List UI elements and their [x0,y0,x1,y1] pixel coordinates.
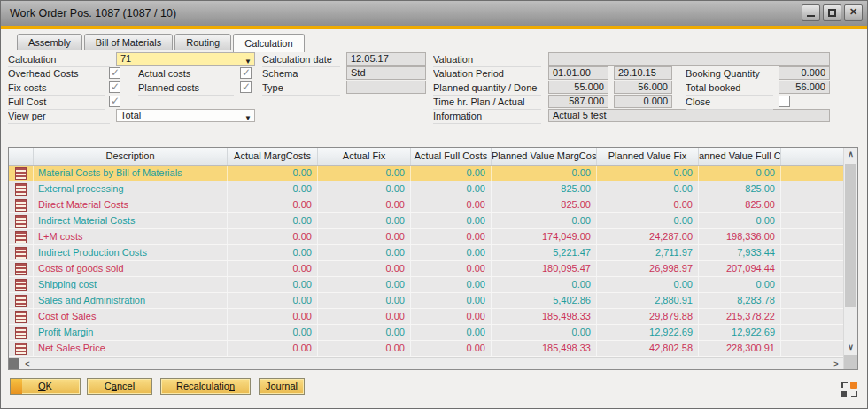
type-field[interactable] [346,81,426,94]
value-cell[interactable]: 0.00 [228,181,318,197]
tab-assembly[interactable]: Assembly [17,34,82,50]
value-cell[interactable]: 5,221.47 [492,245,597,260]
table-row[interactable]: Indirect Material Costs0.000.000.000.000… [9,213,843,229]
row-details-icon[interactable] [15,231,27,243]
planned-costs-checkbox[interactable] [240,81,252,93]
vertical-scrollbar[interactable] [843,148,857,369]
description-cell[interactable]: External processing [34,181,228,197]
value-cell[interactable]: 2,711.97 [597,245,699,260]
value-cell[interactable]: 174,049.00 [492,229,597,244]
scroll-up-icon[interactable] [844,148,857,162]
value-cell[interactable]: 42,802.58 [597,341,699,356]
value-cell[interactable]: 0.00 [318,277,411,292]
value-cell[interactable]: 0.00 [228,213,318,228]
value-cell[interactable]: 12,922.69 [597,325,699,340]
value-cell[interactable]: 825.00 [492,181,597,197]
column-header[interactable]: Description [34,148,228,165]
value-cell[interactable]: 24,287.00 [597,229,699,244]
row-details-icon[interactable] [15,295,27,307]
value-cell[interactable]: 0.00 [411,213,492,228]
value-cell[interactable]: 0.00 [318,181,411,197]
time-hr-plan-field[interactable]: 587.000 [548,95,608,108]
table-row[interactable]: Shipping cost0.000.000.000.000.000.00 [9,277,843,293]
description-cell[interactable]: Costs of goods sold [34,261,228,276]
table-row[interactable]: Indirect Production Costs0.000.000.005,2… [9,245,843,261]
value-cell[interactable]: 0.00 [492,325,597,340]
value-cell[interactable]: 198,336.00 [699,229,781,244]
value-cell[interactable]: 0.00 [699,213,781,228]
value-cell[interactable]: 5,402.86 [492,293,597,308]
table-row[interactable]: Sales and Administration0.000.000.005,40… [9,293,843,309]
booking-quantity-field[interactable]: 0.000 [779,66,830,80]
tab-calculation[interactable]: Calculation [233,34,304,52]
tab-bill-of-materials[interactable]: Bill of Materials [84,34,174,50]
table-row[interactable]: Costs of goods sold0.000.000.00180,095.4… [9,261,843,277]
tab-routing[interactable]: Routing [174,34,231,50]
value-cell[interactable]: 0.00 [318,309,411,324]
value-cell[interactable]: 0.00 [318,293,411,308]
horizontal-scroll-track[interactable] [35,358,829,369]
value-cell[interactable]: 207,094.44 [699,261,781,276]
information-field[interactable]: Actual 5 test [548,109,830,122]
title-bar[interactable]: Work Order Pos. 1087 (1087 / 10) [1,1,867,26]
row-details-icon[interactable] [15,311,27,323]
value-cell[interactable]: 0.00 [318,245,411,260]
done-quantity-field[interactable]: 56.000 [614,81,672,94]
row-details-icon[interactable] [15,215,27,228]
table-row[interactable]: Cost of Sales0.000.000.00185,498.3329,87… [9,309,843,325]
vertical-scroll-thumb[interactable] [845,164,856,307]
table-row[interactable]: Net Sales Price0.000.000.00185,498.3342,… [9,341,843,357]
value-cell[interactable]: 0.00 [318,213,411,228]
value-cell[interactable]: 0.00 [228,229,318,244]
value-cell[interactable]: 0.00 [318,341,411,356]
value-cell[interactable]: 0.00 [597,166,699,181]
value-cell[interactable]: 0.00 [228,277,318,292]
view-per-combo[interactable]: Total [116,109,255,122]
value-cell[interactable]: 0.00 [228,245,318,260]
time-hr-actual-field[interactable]: 0.000 [614,95,672,108]
value-cell[interactable]: 0.00 [318,261,411,276]
value-cell[interactable]: 0.00 [411,197,492,212]
value-cell[interactable]: 0.00 [699,277,781,292]
value-cell[interactable]: 215,378.22 [699,309,781,324]
value-cell[interactable]: 0.00 [411,229,492,244]
row-details-icon[interactable] [15,199,27,212]
value-cell[interactable]: 0.00 [318,229,411,244]
description-cell[interactable]: Shipping cost [34,277,228,292]
planned-quantity-field[interactable]: 55.000 [548,81,608,94]
value-cell[interactable]: 0.00 [411,309,492,324]
value-cell[interactable]: 228,300.91 [699,341,781,356]
value-cell[interactable]: 0.00 [411,325,492,340]
value-cell[interactable]: 0.00 [411,293,492,308]
value-cell[interactable]: 0.00 [597,213,699,228]
row-details-icon[interactable] [15,263,27,275]
value-cell[interactable]: 0.00 [318,166,411,181]
maximize-button[interactable] [823,4,841,21]
value-cell[interactable]: 0.00 [411,341,492,356]
minimize-button[interactable] [802,4,820,21]
value-cell[interactable]: 0.00 [228,325,318,340]
value-cell[interactable]: 0.00 [597,277,699,292]
column-header[interactable]: anned Value Full Cos [699,148,781,165]
value-cell[interactable]: 825.00 [699,181,781,197]
value-cell[interactable]: 8,283.78 [699,293,781,308]
scroll-down-icon[interactable] [844,341,857,355]
value-cell[interactable]: 0.00 [492,277,597,292]
fix-costs-checkbox[interactable] [109,81,120,93]
value-cell[interactable]: 0.00 [228,197,318,212]
scroll-left-icon[interactable] [20,358,35,369]
column-header[interactable]: Planned Value MargCosts [492,148,597,165]
description-cell[interactable]: Sales and Administration [34,293,228,308]
description-cell[interactable]: Indirect Production Costs [34,245,228,260]
ok-button[interactable]: OK [10,378,81,395]
value-cell[interactable]: 0.00 [411,166,492,181]
value-cell[interactable]: 26,998.97 [597,261,699,276]
value-cell[interactable]: 0.00 [492,166,597,181]
schema-field[interactable]: Std [346,66,426,80]
value-cell[interactable]: 0.00 [411,245,492,260]
expand-grid-icon[interactable] [841,382,857,397]
description-cell[interactable]: Profit Margin [34,325,228,340]
table-row[interactable]: Direct Material Costs0.000.000.00825.000… [9,197,843,213]
value-cell[interactable]: 0.00 [492,213,597,228]
value-cell[interactable]: 0.00 [318,325,411,340]
